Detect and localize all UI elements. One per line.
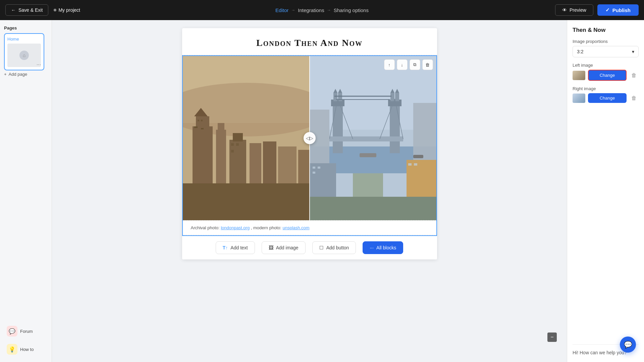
project-name-display: My project xyxy=(54,7,80,13)
save-exit-label: Save & Exit xyxy=(18,7,43,13)
zoom-out-button[interactable]: − xyxy=(547,333,557,342)
caption-prefix: Archival photo: xyxy=(191,225,220,230)
page-thumbnail: ⌂ xyxy=(7,44,41,67)
right-panel: Then & Now Image proportions 3:2 ▾ Left … xyxy=(567,20,644,362)
arrow-icon-1: → xyxy=(291,8,295,12)
howto-label: How to xyxy=(20,347,34,352)
move-up-button[interactable]: ↑ xyxy=(384,59,395,70)
forum-icon: 💬 xyxy=(7,326,17,337)
move-down-button[interactable]: ↓ xyxy=(397,59,408,70)
svg-rect-55 xyxy=(408,163,412,166)
nav-right-actions: 👁 Preview ✓ Publish xyxy=(555,4,639,16)
image-comparison-block[interactable]: ◁▷ ↑ ↓ ⧉ 🗑 xyxy=(182,55,437,236)
plus-icon: + xyxy=(4,72,7,77)
eye-icon: 👁 xyxy=(562,7,567,13)
svg-rect-54 xyxy=(313,172,315,174)
page-title: London Then And Now xyxy=(193,38,426,48)
svg-rect-34 xyxy=(388,100,401,106)
all-blocks-icon: ··· xyxy=(370,245,374,250)
svg-rect-30 xyxy=(338,93,342,101)
forum-tool-item[interactable]: 💬 Forum xyxy=(4,324,48,339)
button-icon: ☐ xyxy=(319,245,324,250)
add-page-button[interactable]: + Add page xyxy=(4,70,48,78)
editor-nav-link[interactable]: Editor xyxy=(275,7,288,13)
svg-rect-53 xyxy=(318,167,320,169)
caption-section: Archival photo: londonpast.org , modern … xyxy=(183,220,436,235)
sidebar-tools: 💬 Forum 💡 How to xyxy=(4,324,48,357)
publish-button[interactable]: ✓ Publish xyxy=(597,4,639,16)
duplicate-icon: ⧉ xyxy=(413,62,416,67)
sharing-nav-link[interactable]: Sharing options xyxy=(334,7,369,13)
archive-link[interactable]: londonpast.org xyxy=(221,225,250,230)
checkmark-icon: ✓ xyxy=(605,7,610,13)
panel-title: Then & Now xyxy=(573,27,639,34)
main-layout: Pages Home ⌂ ··· + Add page 💬 Forum xyxy=(0,20,644,362)
top-navigation: ← Save & Exit My project Editor → Integr… xyxy=(0,0,644,20)
right-image-thumbnail xyxy=(573,94,585,103)
image-proportions-section: Image proportions 3:2 ▾ xyxy=(573,39,639,57)
breadcrumb: Editor → Integrations → Sharing options xyxy=(275,7,369,13)
caption-middle: , modern photo: xyxy=(251,225,281,230)
page-title-section: London Then And Now xyxy=(182,28,437,55)
right-image-row: Change 🗑 xyxy=(573,93,639,103)
preview-button[interactable]: 👁 Preview xyxy=(555,4,593,16)
up-arrow-icon: ↑ xyxy=(388,62,390,67)
image-icon: 🖼 xyxy=(269,245,273,250)
howto-tool-item[interactable]: 💡 How to xyxy=(4,342,48,357)
home-page-card[interactable]: Home ⌂ ··· xyxy=(4,33,44,70)
howto-icon: 💡 xyxy=(7,344,17,355)
trash-icon: 🗑 xyxy=(425,62,430,67)
down-arrow-icon: ↓ xyxy=(401,62,403,67)
proportions-label: Image proportions xyxy=(573,39,639,44)
svg-rect-23 xyxy=(183,56,310,220)
add-button-button[interactable]: ☐ Add button xyxy=(312,241,356,254)
forum-label: Forum xyxy=(20,329,33,334)
svg-rect-42 xyxy=(329,136,403,141)
save-exit-button[interactable]: ← Save & Exit xyxy=(5,4,48,16)
unsplash-link[interactable]: unsplash.com xyxy=(282,225,309,230)
page-content: London Then And Now xyxy=(182,28,437,259)
svg-rect-56 xyxy=(414,163,417,166)
all-blocks-button[interactable]: ··· All blocks xyxy=(363,241,403,254)
sidebar: Pages Home ⌂ ··· + Add page 💬 Forum xyxy=(0,20,52,362)
left-image-section: Left image Change 🗑 xyxy=(573,63,639,81)
add-image-button[interactable]: 🖼 Add image xyxy=(262,241,306,254)
slider-handle[interactable]: ◁▷ xyxy=(304,132,316,144)
pages-section: Pages Home ⌂ ··· + Add page xyxy=(4,25,48,78)
add-text-button[interactable]: T↑ Add text xyxy=(216,241,255,254)
duplicate-button[interactable]: ⧉ xyxy=(410,59,420,70)
page-menu-button[interactable]: ··· xyxy=(37,62,41,68)
home-page-label: Home xyxy=(7,37,41,42)
svg-rect-57 xyxy=(360,153,376,157)
page-thumb-icon: ⌂ xyxy=(19,51,29,60)
add-blocks-bar: T↑ Add text 🖼 Add image ☐ Add button ···… xyxy=(182,236,437,259)
svg-rect-52 xyxy=(313,167,315,169)
svg-rect-28 xyxy=(331,100,344,106)
back-arrow-icon: ← xyxy=(11,7,16,13)
integrations-nav-link[interactable]: Integrations xyxy=(298,7,324,13)
right-image-section: Right image Change 🗑 xyxy=(573,86,639,103)
delete-block-button[interactable]: 🗑 xyxy=(422,59,433,70)
right-image-delete-button[interactable]: 🗑 xyxy=(629,94,639,103)
svg-rect-59 xyxy=(310,197,436,220)
text-icon: T↑ xyxy=(223,245,228,250)
arrow-icon-2: → xyxy=(327,8,331,12)
image-comparison-container: ◁▷ ↑ ↓ ⧉ 🗑 xyxy=(183,56,436,220)
right-image-panel xyxy=(310,56,436,220)
chevron-down-icon: ▾ xyxy=(632,49,634,54)
home-icon: ⌂ xyxy=(23,53,25,58)
svg-rect-29 xyxy=(333,93,337,101)
chat-fab-button[interactable]: 💬 xyxy=(620,337,636,353)
left-image-delete-button[interactable]: 🗑 xyxy=(629,71,639,80)
pages-title: Pages xyxy=(4,25,48,31)
left-image-change-button[interactable]: Change xyxy=(588,70,627,81)
svg-rect-35 xyxy=(390,93,394,101)
left-image-panel xyxy=(183,56,310,220)
image-toolbar: ↑ ↓ ⧉ 🗑 xyxy=(384,59,433,70)
left-image-label: Left image xyxy=(573,63,639,68)
left-image-row: Change 🗑 xyxy=(573,70,639,81)
right-image-change-button[interactable]: Change xyxy=(588,93,627,103)
svg-rect-58 xyxy=(413,155,423,158)
right-image-label: Right image xyxy=(573,86,639,91)
proportion-select[interactable]: 3:2 ▾ xyxy=(573,46,639,57)
